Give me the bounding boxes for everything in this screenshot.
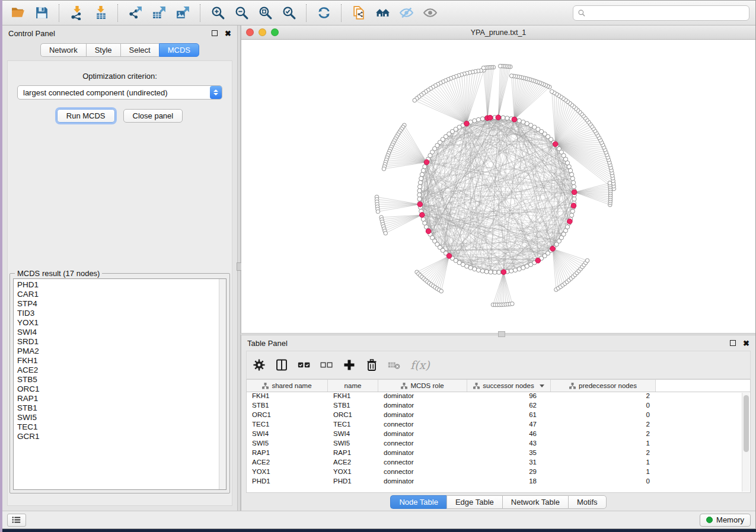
deselect-all-button[interactable] <box>320 358 333 371</box>
column-header-predecessor-nodes[interactable]: predecessor nodes <box>551 380 656 392</box>
table-cell[interactable]: RAP1 <box>247 449 328 459</box>
tab-motifs[interactable]: Motifs <box>568 495 607 509</box>
mcds-result-item[interactable]: SWI4 <box>17 328 226 337</box>
table-cell[interactable]: TEC1 <box>247 421 328 430</box>
table-cell[interactable]: 1 <box>551 468 656 477</box>
table-cell[interactable]: 0 <box>551 477 656 487</box>
first-neighbors-button[interactable] <box>372 4 393 23</box>
table-cell[interactable]: 96 <box>467 392 551 402</box>
mcds-result-item[interactable]: STB5 <box>17 375 226 384</box>
table-cell[interactable]: connector <box>378 459 467 468</box>
table-cell[interactable]: 2 <box>551 449 656 459</box>
mcds-result-item[interactable]: STP4 <box>17 299 226 309</box>
mcds-result-item[interactable]: RAP1 <box>17 394 226 403</box>
table-cell[interactable]: 0 <box>551 402 656 411</box>
table-cell[interactable]: 35 <box>467 449 551 459</box>
table-cell[interactable]: SWI5 <box>247 440 328 449</box>
table-cell[interactable]: dominator <box>378 392 467 402</box>
table-cell[interactable]: STB1 <box>247 402 328 411</box>
mcds-result-item[interactable]: ACE2 <box>17 366 226 375</box>
mcds-result-item[interactable]: GCR1 <box>17 432 226 441</box>
table-row[interactable]: SWI5SWI5connector431 <box>247 440 750 449</box>
table-cell[interactable]: ACE2 <box>247 459 328 468</box>
mcds-result-item[interactable]: PHD1 <box>17 280 226 290</box>
table-cell[interactable]: dominator <box>378 477 467 487</box>
network-canvas[interactable] <box>241 40 755 333</box>
vertical-splitter[interactable] <box>237 25 241 511</box>
memory-button[interactable]: Memory <box>700 514 751 527</box>
table-cell[interactable]: connector <box>378 421 467 430</box>
add-column-button[interactable] <box>343 358 356 371</box>
horizontal-splitter[interactable] <box>241 333 755 335</box>
column-header-MCDS-role[interactable]: MCDS role <box>378 380 467 392</box>
hide-selected-button[interactable] <box>396 4 416 23</box>
table-cell[interactable]: 47 <box>467 421 551 430</box>
export-table-button[interactable] <box>149 4 169 23</box>
table-cell[interactable]: 31 <box>467 459 551 468</box>
close-panel-icon[interactable]: ✖ <box>225 30 231 37</box>
table-cell[interactable]: 43 <box>467 440 551 449</box>
table-cell[interactable]: 1 <box>551 440 656 449</box>
table-row[interactable]: ACE2ACE2connector311 <box>247 459 750 468</box>
mcds-result-item[interactable]: YOX1 <box>17 318 226 328</box>
table-cell[interactable]: PHD1 <box>247 477 328 487</box>
search-input[interactable] <box>589 9 745 18</box>
delete-column-button[interactable] <box>365 358 378 371</box>
splitter-handle[interactable] <box>498 331 505 337</box>
table-cell[interactable]: ORC1 <box>328 411 378 421</box>
table-cell[interactable]: 61 <box>467 411 551 421</box>
mcds-result-item[interactable]: SRD1 <box>17 337 226 347</box>
table-cell[interactable]: FKH1 <box>328 392 378 402</box>
table-cell[interactable]: 29 <box>467 468 551 477</box>
table-cell[interactable]: dominator <box>378 402 467 411</box>
mcds-result-item[interactable]: CAR1 <box>17 290 226 299</box>
import-network-button[interactable] <box>66 4 87 23</box>
column-header-shared-name[interactable]: shared name <box>247 380 328 392</box>
export-network-button[interactable] <box>125 4 145 23</box>
refresh-view-button[interactable] <box>314 4 334 23</box>
mcds-result-item[interactable]: ORC1 <box>17 384 226 394</box>
mcds-result-item[interactable]: FKH1 <box>17 356 226 366</box>
tab-network[interactable]: Network <box>40 43 86 57</box>
run-mcds-button[interactable]: Run MCDS <box>57 109 115 123</box>
tab-node-table[interactable]: Node Table <box>390 495 446 509</box>
mcds-result-item[interactable]: TID3 <box>17 309 226 318</box>
table-cell[interactable]: YOX1 <box>247 468 328 477</box>
zoom-in-button[interactable] <box>208 4 228 23</box>
select-all-button[interactable] <box>298 358 311 371</box>
table-row[interactable]: YOX1YOX1connector291 <box>247 468 750 477</box>
scrollbar-thumb[interactable] <box>744 395 749 452</box>
table-cell[interactable]: 46 <box>467 430 551 440</box>
table-cell[interactable]: SWI4 <box>328 430 378 440</box>
close-panel-button[interactable]: Close panel <box>123 109 183 123</box>
table-cell[interactable]: 1 <box>551 459 656 468</box>
mcds-result-item[interactable]: STB1 <box>17 403 226 413</box>
table-cell[interactable]: ACE2 <box>328 459 378 468</box>
tab-select[interactable]: Select <box>120 43 159 57</box>
duplicate-network-button[interactable] <box>349 4 369 23</box>
table-cell[interactable]: 2 <box>551 392 656 402</box>
zoom-selected-button[interactable] <box>279 4 299 23</box>
table-cell[interactable]: connector <box>378 468 467 477</box>
column-header-successor-nodes[interactable]: successor nodes <box>467 380 551 392</box>
import-table-button[interactable] <box>90 4 110 23</box>
mcds-result-item[interactable]: TEC1 <box>17 422 226 432</box>
table-cell[interactable]: dominator <box>378 430 467 440</box>
optimization-criterion-select[interactable]: largest connected component (undirected) <box>17 85 222 100</box>
table-cell[interactable]: SWI4 <box>247 430 328 440</box>
table-row[interactable]: TEC1TEC1connector472 <box>247 421 750 430</box>
network-graph[interactable] <box>241 40 755 333</box>
mcds-result-list[interactable]: PHD1CAR1STP4TID3YOX1SWI4SRD1PMA2FKH1ACE2… <box>13 278 227 490</box>
float-panel-icon[interactable] <box>730 340 736 346</box>
show-all-button[interactable] <box>420 4 440 23</box>
tab-mcds[interactable]: MCDS <box>159 43 199 57</box>
table-cell[interactable]: FKH1 <box>247 392 328 402</box>
search-field[interactable] <box>573 5 749 21</box>
table-cell[interactable]: 0 <box>551 411 656 421</box>
table-cell[interactable]: TEC1 <box>328 421 378 430</box>
table-cell[interactable]: PHD1 <box>328 477 378 487</box>
table-cell[interactable]: 62 <box>467 402 551 411</box>
save-session-button[interactable] <box>31 4 52 23</box>
mcds-result-item[interactable]: SWI5 <box>17 413 226 422</box>
table-cell[interactable]: SWI5 <box>328 440 378 449</box>
